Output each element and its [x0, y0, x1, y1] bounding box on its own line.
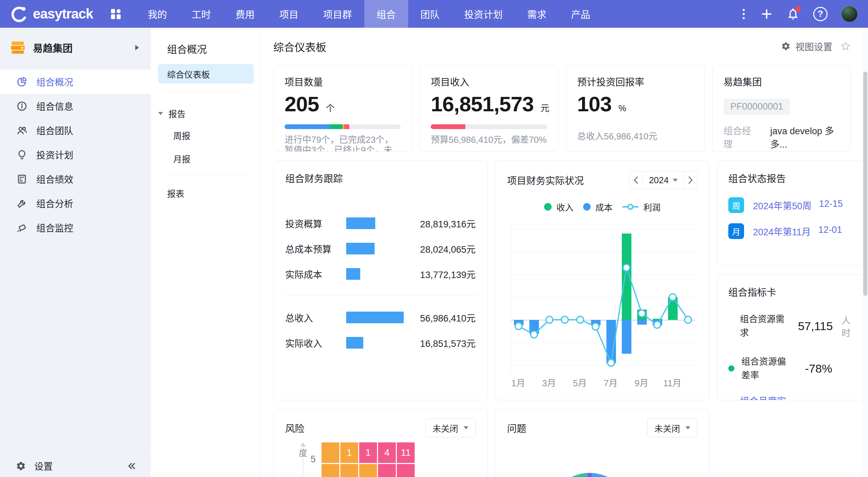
top-navbar: easytrack 我的 工时 费用 项目 项目群 组合 团队 投资计划 需求 …	[0, 0, 868, 28]
org-expand-arrow-icon[interactable]	[135, 45, 139, 50]
sidebar-item-portfolio-monitor[interactable]: 组合监控	[0, 215, 151, 240]
main-header: 综合仪表板 视图设置	[273, 36, 851, 57]
app-logo[interactable]: easytrack	[10, 5, 93, 23]
chart-x-axis-labels: 1月3月5月7月9月11月	[511, 376, 695, 390]
kpi-value: 103	[577, 92, 612, 116]
sidebar-item-portfolio-analysis[interactable]: 组合分析	[0, 191, 151, 215]
help-icon[interactable]: ?	[813, 7, 828, 21]
risk-heatmap: 1 1 4 11	[322, 442, 415, 477]
apps-grid-icon[interactable]	[110, 8, 122, 20]
finance-row-value: 28,819,316元	[404, 217, 476, 230]
sidebar-item-label: 投资计划	[36, 148, 73, 161]
next-year-button[interactable]	[684, 171, 697, 189]
report-date: 12-15	[819, 199, 843, 212]
combo-chart	[511, 225, 695, 372]
subnav-item-tables[interactable]: 报表	[151, 187, 261, 199]
metric-row: 组合资源偏差率 -78%	[728, 355, 857, 382]
card-project-income: 项目收入 16,851,573 元 预算56,986,410元，偏差70%	[419, 65, 558, 152]
nav-item-demand[interactable]: 需求	[515, 0, 559, 28]
sidebar-item-label: 组合团队	[36, 124, 73, 137]
heatmap-cell[interactable]: 1	[359, 442, 377, 463]
card-title: 易趋集团	[724, 75, 840, 88]
heatmap-cell[interactable]	[322, 442, 339, 463]
left-sidebar: 易趋集团 组合概况 组合信息 组合团队	[0, 28, 151, 477]
sidebar-item-portfolio-team[interactable]: 组合团队	[0, 118, 151, 142]
nav-item-product[interactable]: 产品	[559, 0, 603, 28]
status-report-monthly-link[interactable]: 月 2024年第11月 12-01	[728, 223, 857, 239]
finance-row: 总成本预算 28,024,065元	[285, 240, 476, 257]
card-metric: 组合指标卡 组合资源需求 57,115 人时 组合资源偏差率 -78%	[717, 274, 863, 400]
sidebar-item-portfolio-overview[interactable]: 组合概况	[0, 70, 151, 94]
nav-item-portfolio[interactable]: 组合	[364, 0, 408, 28]
prev-year-button[interactable]	[629, 171, 643, 189]
card-issue: 问题 未关闭	[495, 409, 709, 477]
nav-item-project[interactable]: 项目	[267, 0, 311, 28]
status-progress-bar	[285, 124, 401, 129]
nav-item-expense[interactable]: 费用	[223, 0, 267, 28]
subnav-item-weekly-report[interactable]: 周报	[151, 128, 261, 143]
heatmap-cell[interactable]	[340, 464, 358, 477]
nav-item-my[interactable]: 我的	[136, 0, 179, 28]
legend-income: 收入	[544, 201, 574, 213]
card-title: 项目收入	[431, 75, 547, 88]
nav-item-team[interactable]: 团队	[408, 0, 452, 28]
year-value: 2024	[649, 175, 669, 186]
right-column: 组合状态报告 周 2024年第50周 12-15 月 20	[717, 161, 863, 400]
subnav-group-label: 报告	[168, 107, 186, 120]
user-avatar[interactable]	[841, 6, 858, 22]
status-dot-icon	[728, 365, 734, 372]
card-title: 项目财务实际状况	[507, 173, 584, 187]
card-title: 问题	[507, 421, 526, 435]
issue-pie-chart	[547, 473, 632, 477]
subnav-item-monthly-report[interactable]: 月报	[151, 151, 261, 166]
org-switcher[interactable]: 易趋集团	[0, 28, 151, 55]
kpi-unit: 元	[541, 101, 550, 114]
nav-item-program[interactable]: 项目群	[311, 0, 364, 28]
portfolio-code-tag: PF00000001	[724, 99, 790, 115]
metric-more-link[interactable]: 组合月度实	[740, 394, 786, 400]
filter-value: 未关闭	[654, 422, 680, 434]
collapse-sidebar-icon[interactable]	[126, 461, 137, 471]
star-favorite-icon[interactable]	[840, 41, 851, 52]
view-settings-button[interactable]: 视图设置	[781, 40, 851, 53]
heatmap-cell[interactable]	[378, 464, 396, 477]
scrollbar-thumb[interactable]	[863, 72, 867, 296]
sidebar-item-portfolio-info[interactable]: 组合信息	[0, 94, 151, 118]
settings-label[interactable]: 设置	[34, 459, 53, 473]
heatmap-cell[interactable]: 4	[378, 442, 396, 463]
budget-progress-bar	[431, 124, 547, 129]
metric-unit: 人时	[842, 313, 857, 339]
pie-chart-icon	[16, 76, 27, 87]
heatmap-cell[interactable]	[397, 464, 415, 477]
sidebar-footer: 设置	[0, 454, 151, 477]
card-finance-actual: 项目财务实际状况 2024	[495, 161, 709, 400]
status-report-weekly-link[interactable]: 周 2024年第50周 12-15	[728, 197, 857, 213]
charts-row: 组合财务跟踪 投资概算 28,819,316元 总成本预算 28,024,065…	[273, 161, 851, 400]
heatmap-cell[interactable]	[359, 464, 377, 477]
metric-value: 57,115	[798, 319, 833, 333]
notifications-bell-icon[interactable]	[787, 8, 800, 21]
subnav-group-reports[interactable]: 报告	[158, 107, 261, 120]
sidebar-item-investment-plan[interactable]: 投资计划	[0, 142, 151, 167]
heatmap-cell[interactable]	[322, 464, 339, 477]
legend-dot-icon	[544, 203, 552, 211]
weekly-badge: 周	[728, 197, 744, 213]
page-title: 综合仪表板	[273, 39, 326, 54]
add-icon[interactable]	[760, 8, 773, 20]
sidebar-item-portfolio-performance[interactable]: 组合绩效	[0, 167, 151, 191]
finance-row-label: 总收入	[285, 311, 346, 324]
subnav-item-dashboard[interactable]: 综合仪表板	[158, 64, 254, 84]
nav-item-timesheet[interactable]: 工时	[179, 0, 223, 28]
risk-filter-dropdown[interactable]: 未关闭	[425, 418, 476, 437]
kpi-unit: %	[618, 103, 626, 114]
issue-filter-dropdown[interactable]: 未关闭	[647, 418, 697, 437]
heatmap-cell[interactable]: 11	[397, 442, 415, 463]
card-finance-tracking: 组合财务跟踪 投资概算 28,819,316元 总成本预算 28,024,065…	[273, 161, 488, 400]
more-icon[interactable]	[741, 7, 747, 21]
nav-item-investment-plan[interactable]: 投资计划	[452, 0, 515, 28]
heatmap-cell[interactable]: 1	[340, 442, 358, 463]
finance-row: 实际收入 16,851,573元	[285, 335, 476, 351]
year-dropdown[interactable]: 2024	[643, 171, 684, 189]
finance-row-label: 投资概算	[285, 217, 346, 230]
primary-nav: 我的 工时 费用 项目 项目群 组合 团队 投资计划 需求 产品	[136, 0, 603, 28]
